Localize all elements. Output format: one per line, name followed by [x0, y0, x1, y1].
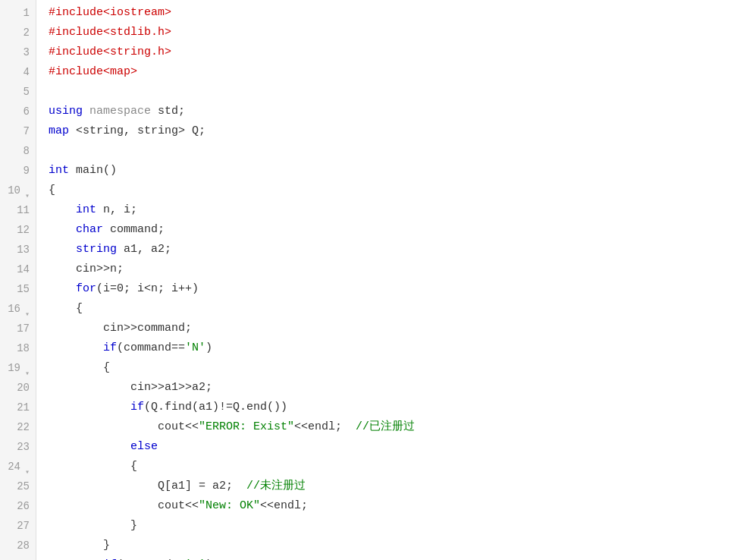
code-line-11: int n, i;: [49, 200, 756, 220]
line-num-26: 26: [0, 496, 36, 516]
code-line-7: map <string, string> Q;: [49, 121, 756, 141]
token-if-cond-29: (command==: [117, 555, 185, 560]
line-num-9: 9: [0, 161, 36, 181]
token-include-3: #include<string.h>: [49, 42, 171, 62]
token-include-2: #include<stdlib.h>: [49, 23, 171, 42]
token-cout-22: cout<<: [158, 417, 199, 437]
token-space-25: [233, 477, 246, 496]
token-indent-21: [49, 398, 130, 417]
line-num-22: 22: [0, 417, 36, 437]
token-std: std;: [151, 102, 185, 121]
token-int-main: int: [49, 161, 69, 181]
line-num-21: 21: [0, 398, 36, 417]
code-content: #include<iostream> #include<stdlib.h> #i…: [36, 0, 756, 560]
line-num-5: 5: [0, 82, 36, 102]
line-numbers: 1 2 3 4 5 6 7 8 9 10▾ 11 12 13 14 15 16▾…: [0, 0, 36, 560]
code-editor: 1 2 3 4 5 6 7 8 9 10▾ 11 12 13 14 15 16▾…: [0, 0, 756, 560]
line-num-1: 1: [0, 3, 36, 23]
token-int-11: int: [76, 200, 96, 220]
line-num-20: 20: [0, 378, 36, 398]
token-indent-13: [49, 240, 76, 260]
token-str-new-ok: "New: OK": [199, 496, 260, 516]
token-map: map: [49, 121, 69, 141]
line-num-15: 15: [0, 279, 36, 299]
code-line-1: #include<iostream>: [49, 3, 756, 23]
token-brace-close-28: }: [103, 536, 110, 555]
code-line-2: #include<stdlib.h>: [49, 23, 756, 42]
line-num-13: 13: [0, 240, 36, 260]
token-qa1-25: Q[a1] = a2;: [158, 477, 233, 496]
code-line-18: if (command== 'N' ): [49, 338, 756, 358]
token-str-error: "ERROR: Exist": [199, 417, 294, 437]
token-endl-26: <<endl;: [260, 496, 308, 516]
line-num-2: 2: [0, 23, 36, 42]
code-line-26: cout<< "New: OK" <<endl;: [49, 496, 756, 516]
line-num-24[interactable]: 24▾: [0, 457, 36, 477]
token-brace-10: {: [49, 181, 55, 200]
line-num-16[interactable]: 16▾: [0, 299, 36, 319]
line-num-17: 17: [0, 319, 36, 338]
line-num-6: 6: [0, 102, 36, 121]
code-line-10: {: [49, 181, 756, 200]
token-indent-18: [49, 338, 103, 358]
token-for-cond-15: (i=0; i<n; i++): [96, 279, 199, 299]
token-close-29: ): [205, 555, 212, 560]
line-num-29: 29: [0, 555, 36, 560]
code-line-29: if (command== 'L' ): [49, 555, 756, 560]
token-str-L: 'L': [185, 555, 205, 560]
token-indent-12: [49, 220, 76, 240]
line-num-10[interactable]: 10▾: [0, 181, 36, 200]
code-line-6: using namespace std;: [49, 102, 756, 121]
token-indent-28: [49, 536, 103, 555]
code-line-5: [49, 82, 756, 102]
token-if-21: if: [130, 398, 144, 417]
token-cin-17: cin>>command;: [103, 319, 192, 338]
code-line-20: cin>>a1>>a2;: [49, 378, 756, 398]
line-num-12: 12: [0, 220, 36, 240]
token-brace-19: {: [103, 358, 110, 378]
token-indent-14: [49, 260, 76, 279]
token-close-18: ): [205, 338, 212, 358]
token-indent-26: [49, 496, 158, 516]
code-line-13: string a1, a2;: [49, 240, 756, 260]
code-line-23: else: [49, 437, 756, 457]
line-num-25: 25: [0, 477, 36, 496]
token-indent-19: [49, 358, 103, 378]
token-map-args: <string, string> Q;: [69, 121, 205, 141]
token-brace-16: {: [76, 299, 83, 319]
line-num-11: 11: [0, 200, 36, 220]
token-include-1: #include<iostream>: [49, 3, 171, 23]
token-main-paren: main(): [69, 161, 117, 181]
code-line-25: Q[a1] = a2; //未注册过: [49, 477, 756, 496]
code-line-21: if (Q.find(a1)!=Q.end()): [49, 398, 756, 417]
token-indent-16: [49, 299, 76, 319]
code-line-17: cin>>command;: [49, 319, 756, 338]
code-line-28: }: [49, 536, 756, 555]
line-num-18: 18: [0, 338, 36, 358]
token-using: using: [49, 102, 83, 121]
code-line-19: {: [49, 358, 756, 378]
code-line-15: for (i=0; i<n; i++): [49, 279, 756, 299]
code-line-4: #include<map>: [49, 62, 756, 82]
token-indent-22: [49, 417, 158, 437]
line-num-19[interactable]: 19▾: [0, 358, 36, 378]
token-space-22: [342, 417, 356, 437]
token-endl-22: <<endl;: [294, 417, 342, 437]
token-brace-close-27: }: [130, 516, 137, 536]
token-if-29: if: [103, 555, 117, 560]
line-num-14: 14: [0, 260, 36, 279]
code-line-8: [49, 141, 756, 161]
token-for-15: for: [76, 279, 96, 299]
token-n-i: n, i;: [96, 200, 137, 220]
line-num-23: 23: [0, 437, 36, 457]
code-line-12: char command;: [49, 220, 756, 240]
code-line-14: cin>>n;: [49, 260, 756, 279]
token-qfind-21: (Q.find(a1)!=Q.end()): [144, 398, 287, 417]
line-num-7: 7: [0, 121, 36, 141]
code-line-3: #include<string.h>: [49, 42, 756, 62]
code-line-27: }: [49, 516, 756, 536]
line-num-27: 27: [0, 516, 36, 536]
line-num-4: 4: [0, 62, 36, 82]
token-indent-27: [49, 516, 130, 536]
token-indent-23: [49, 437, 130, 457]
